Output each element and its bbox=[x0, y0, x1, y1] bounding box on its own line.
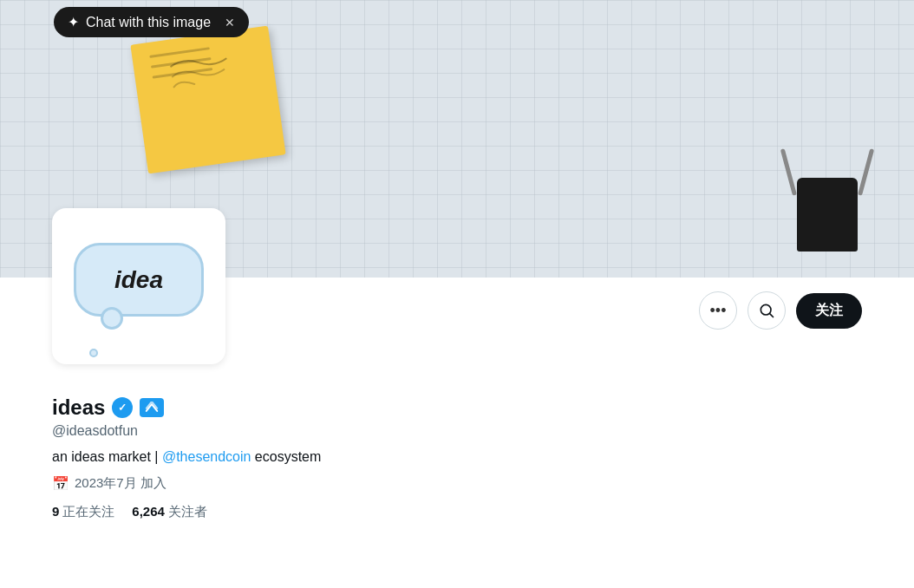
profile-info: ideas ✓ @ideasdotfun an ideas market | @… bbox=[0, 343, 914, 538]
display-name-row: ideas ✓ bbox=[52, 395, 862, 420]
chat-bubble-text: Chat with this image bbox=[86, 15, 211, 30]
binder-clip-decoration bbox=[788, 147, 866, 252]
close-icon[interactable]: ✕ bbox=[225, 16, 235, 29]
follow-stats: 9 正在关注 6,264 关注者 bbox=[52, 504, 862, 520]
svg-line-1 bbox=[770, 314, 774, 317]
profile-area: idea ••• 关注 bbox=[0, 278, 914, 343]
avatar: idea bbox=[52, 208, 225, 364]
followers-stat[interactable]: 6,264 关注者 bbox=[132, 504, 207, 520]
sparkle-icon: ✦ bbox=[68, 14, 79, 30]
follow-button[interactable]: 关注 bbox=[796, 293, 862, 329]
bio: an ideas market | @thesendcoin ecosystem bbox=[52, 449, 862, 465]
username: @ideasdotfun bbox=[52, 423, 862, 439]
verified-badge: ✓ bbox=[112, 397, 133, 418]
bubble-dot bbox=[89, 349, 98, 357]
svg-point-0 bbox=[761, 304, 771, 315]
join-date-text: 2023年7月 加入 bbox=[75, 475, 166, 492]
bio-link[interactable]: @thesendcoin bbox=[162, 449, 251, 464]
calendar-icon: 📅 bbox=[52, 475, 69, 492]
join-date: 📅 2023年7月 加入 bbox=[52, 475, 862, 492]
following-stat[interactable]: 9 正在关注 bbox=[52, 504, 114, 520]
more-options-button[interactable]: ••• bbox=[699, 291, 737, 330]
extra-badge bbox=[140, 398, 164, 417]
display-name: ideas bbox=[52, 395, 105, 420]
chat-with-image-overlay[interactable]: ✦ Chat with this image ✕ bbox=[54, 7, 249, 37]
bio-text: an ideas market | bbox=[52, 449, 162, 464]
followers-label: 关注者 bbox=[168, 504, 207, 520]
logo-text: idea bbox=[114, 266, 163, 294]
search-button[interactable] bbox=[748, 291, 786, 330]
following-count: 9 bbox=[52, 504, 59, 520]
following-label: 正在关注 bbox=[62, 504, 114, 520]
followers-count: 6,264 bbox=[132, 504, 165, 520]
profile-logo: idea bbox=[74, 243, 204, 330]
sticky-note-decoration bbox=[130, 26, 285, 174]
bio-suffix: ecosystem bbox=[251, 449, 321, 464]
